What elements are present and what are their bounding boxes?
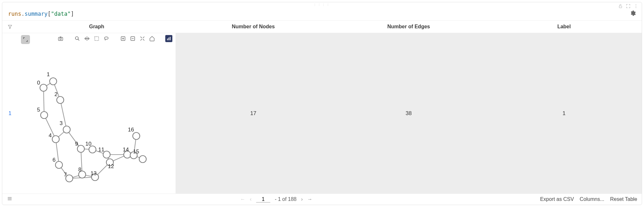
reset-table-button[interactable]: Reset Table [610, 196, 637, 202]
graph-plot[interactable]: 0 1 2 3 4 5 6 7 8 9 10 1 [18, 33, 176, 194]
pagination: ← ‹ - 1 of 188 › → [13, 196, 540, 203]
svg-rect-11 [167, 39, 168, 40]
svg-point-6 [75, 37, 78, 40]
lasso-select-icon[interactable] [103, 35, 110, 42]
svg-point-46 [41, 112, 48, 119]
zoom-icon[interactable] [74, 35, 81, 42]
token-summary: summary [24, 11, 48, 17]
graph-nodes: 0 1 2 3 4 5 6 7 8 9 10 1 [37, 71, 146, 182]
svg-text:14: 14 [123, 147, 129, 153]
export-csv-button[interactable]: Export as CSV [540, 196, 574, 202]
svg-point-42 [63, 126, 70, 133]
zoom-in-icon[interactable] [120, 35, 127, 42]
graph-svg: 0 1 2 3 4 5 6 7 8 9 10 1 [18, 33, 176, 184]
token-bracket-close: ] [71, 11, 74, 17]
expand-cell-button[interactable] [21, 35, 30, 44]
footer-actions: Export as CSV Columns... Reset Table [540, 196, 637, 202]
zoom-out-icon[interactable] [129, 35, 136, 42]
svg-point-44 [52, 136, 59, 143]
svg-text:7: 7 [64, 172, 67, 178]
svg-point-8 [104, 37, 108, 40]
filter-header[interactable] [2, 21, 18, 33]
expression-code[interactable]: runs.summary["data"] [8, 11, 74, 17]
table-header-row: Graph Number of Nodes Number of Edges La… [2, 21, 642, 33]
cell-graph: 0 1 2 3 4 5 6 7 8 9 10 1 [18, 33, 176, 194]
box-select-icon[interactable] [93, 35, 100, 42]
svg-text:8: 8 [78, 166, 81, 173]
fullscreen-icon[interactable] [626, 4, 631, 9]
token-string: "data" [51, 11, 71, 17]
svg-point-38 [50, 78, 57, 85]
token-runs: runs [8, 11, 21, 17]
svg-text:2: 2 [54, 91, 57, 97]
svg-point-56 [89, 146, 96, 153]
column-header-edges[interactable]: Number of Edges [331, 21, 486, 33]
page-next-icon[interactable]: › [301, 196, 303, 202]
page-input[interactable] [256, 196, 270, 203]
table-body: 1 [2, 33, 642, 194]
camera-icon[interactable] [57, 35, 64, 42]
svg-text:1: 1 [47, 71, 50, 77]
svg-point-40 [57, 96, 64, 104]
page-last-icon[interactable]: → [307, 196, 312, 202]
svg-rect-13 [170, 37, 170, 40]
column-header-graph[interactable]: Graph [18, 21, 176, 33]
page-of-label: - 1 of 188 [275, 196, 297, 202]
svg-text:10: 10 [85, 141, 91, 147]
svg-text:6: 6 [53, 157, 55, 163]
svg-point-54 [77, 145, 84, 152]
svg-text:3: 3 [60, 120, 62, 126]
rows-menu-icon[interactable] [7, 196, 13, 203]
token-dot: . [21, 11, 24, 17]
svg-text:12: 12 [108, 163, 114, 169]
column-header-nodes[interactable]: Number of Nodes [176, 21, 331, 33]
token-bracket-open: [ [48, 11, 51, 17]
page-first-icon[interactable]: ← [240, 196, 245, 202]
plotly-logo-icon[interactable] [165, 35, 172, 42]
svg-rect-0 [619, 6, 622, 8]
columns-button[interactable]: Columns... [580, 196, 604, 202]
svg-point-5 [60, 38, 61, 40]
svg-text:0: 0 [37, 80, 40, 86]
svg-point-68 [133, 132, 140, 140]
autoscale-icon[interactable] [139, 35, 146, 42]
svg-text:11: 11 [98, 147, 104, 153]
svg-point-48 [55, 161, 62, 168]
lock-open-icon[interactable] [618, 4, 623, 9]
svg-text:13: 13 [91, 170, 97, 176]
svg-line-15 [43, 88, 44, 115]
pan-icon[interactable] [83, 35, 91, 42]
row-index[interactable]: 1 [2, 33, 18, 194]
reset-axes-icon[interactable] [149, 35, 156, 42]
svg-point-36 [40, 84, 47, 91]
page-prev-icon[interactable]: ‹ [250, 196, 252, 202]
weave-panel: : : : : runs.summary["data"] Graph Numb [2, 2, 642, 205]
more-vert-icon[interactable] [633, 4, 639, 9]
cell-edges: 38 [331, 33, 486, 194]
plotly-toolbar [57, 35, 172, 42]
svg-point-2 [636, 6, 636, 6]
svg-point-70 [139, 156, 146, 163]
svg-text:4: 4 [49, 132, 52, 139]
svg-rect-12 [168, 38, 169, 40]
svg-text:15: 15 [133, 148, 139, 155]
svg-text:5: 5 [37, 107, 40, 113]
filter-icon [7, 24, 13, 29]
table-footer: ← ‹ - 1 of 188 › → Export as CSV Columns… [2, 194, 642, 205]
svg-rect-7 [95, 37, 99, 40]
expression-bar: runs.summary["data"] [2, 7, 642, 21]
drag-handle[interactable]: : : : : [2, 2, 642, 7]
gear-icon[interactable] [630, 10, 636, 18]
svg-text:9: 9 [75, 141, 78, 147]
table-row: 1 [2, 33, 642, 194]
svg-point-3 [636, 7, 636, 8]
svg-point-1 [636, 4, 636, 5]
panel-top-icons [618, 4, 639, 9]
svg-text:16: 16 [128, 127, 134, 133]
cell-nodes: 17 [176, 33, 331, 194]
column-header-label[interactable]: Label [486, 21, 642, 33]
cell-label: 1 [486, 33, 642, 194]
table-area: Graph Number of Nodes Number of Edges La… [2, 21, 642, 205]
